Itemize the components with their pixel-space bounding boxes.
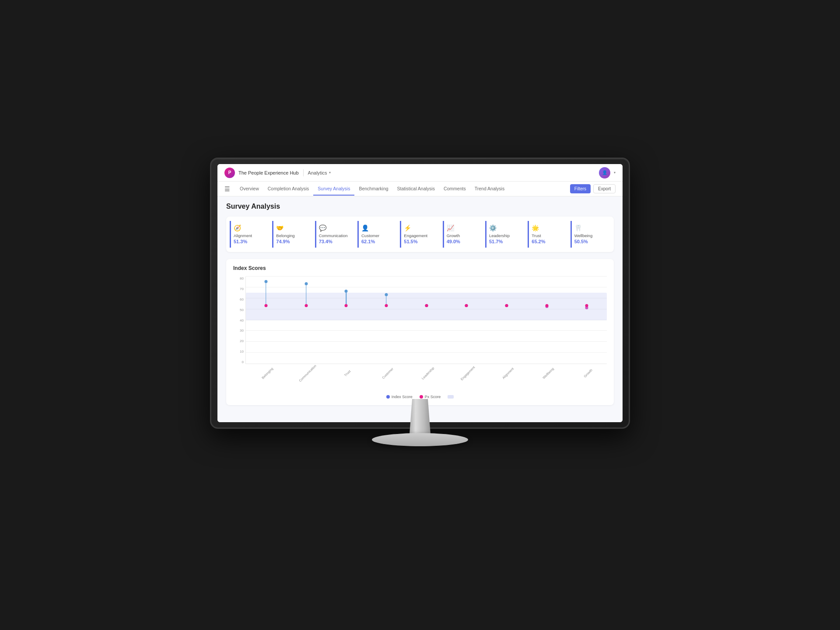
x-label: Leadership xyxy=(420,366,435,381)
index-score-dot xyxy=(386,395,390,399)
index-score-dot xyxy=(385,293,388,296)
y-axis: 01020304050607080 xyxy=(233,276,245,364)
data-columns: BelongingCommunicationTrustCustomerLeade… xyxy=(246,276,607,364)
x-label: Engagement xyxy=(460,365,476,381)
data-col-communication: Communication xyxy=(286,276,326,364)
nav-statistical[interactable]: Statistical Analysis xyxy=(393,182,439,196)
chart-container: 01020304050607080 BelongingCommunication… xyxy=(233,276,607,377)
px-score-dot xyxy=(304,304,308,307)
export-button[interactable]: Export xyxy=(593,184,616,193)
y-label: 30 xyxy=(233,329,245,332)
legend-index: Index Score xyxy=(386,395,413,399)
monitor-bezel: P The People Experience Hub Analytics ▾ … xyxy=(210,158,630,429)
y-label: 10 xyxy=(233,350,245,354)
header: P The People Experience Hub Analytics ▾ … xyxy=(217,164,623,182)
category-score: 50.5% xyxy=(574,239,608,244)
app: P The People Experience Hub Analytics ▾ … xyxy=(217,164,623,422)
chart-legend: Index Score Px Score xyxy=(233,395,607,399)
category-card-leadership[interactable]: ⚙️ Leadership 51.7% xyxy=(485,221,525,248)
legend-shaded xyxy=(448,395,454,399)
nav-survey[interactable]: Survey Analysis xyxy=(313,182,354,196)
category-name: Wellbeing xyxy=(574,233,608,238)
analytics-nav[interactable]: Analytics ▾ xyxy=(308,170,331,175)
px-score-dot xyxy=(425,304,428,307)
nav-completion[interactable]: Completion Analysis xyxy=(263,182,314,196)
y-label: 70 xyxy=(233,287,245,291)
x-label: Communication xyxy=(298,364,317,383)
x-label: Customer xyxy=(381,367,394,380)
category-cards: 🧭 Alignment 51.3% 🤝 Belonging 74.9% 💬 Co… xyxy=(226,217,614,252)
chart-plot: BelongingCommunicationTrustCustomerLeade… xyxy=(245,276,607,364)
category-card-wellbeing[interactable]: 🦷 Wellbeing 50.5% xyxy=(570,221,610,248)
category-icon: 👤 xyxy=(361,224,395,231)
y-label: 80 xyxy=(233,276,245,280)
px-score-dot xyxy=(420,395,423,399)
header-right: 👤 ▾ xyxy=(599,167,616,178)
data-col-engagement: Engagement xyxy=(446,276,486,364)
shaded-area-icon xyxy=(448,395,454,399)
data-col-belonging: Belonging xyxy=(246,276,286,364)
y-label: 0 xyxy=(233,360,245,364)
category-name: Customer xyxy=(361,233,395,238)
category-card-customer[interactable]: 👤 Customer 62.1% xyxy=(357,221,397,248)
category-icon: 🧭 xyxy=(234,224,267,231)
category-score: 73.4% xyxy=(319,239,352,244)
data-line xyxy=(586,307,587,309)
nav-overview[interactable]: Overview xyxy=(235,182,263,196)
main-content: Survey Analysis 🧭 Alignment 51.3% 🤝 Belo… xyxy=(217,196,623,422)
filters-button[interactable]: Filters xyxy=(570,184,591,193)
px-score-dot xyxy=(385,304,388,307)
category-card-growth[interactable]: 📈 Growth 49.0% xyxy=(443,221,483,248)
category-score: 62.1% xyxy=(361,239,395,244)
chart-section-title: Index Scores xyxy=(233,265,607,271)
data-col-growth: Growth xyxy=(567,276,607,364)
hamburger-icon[interactable]: ☰ xyxy=(224,186,230,192)
category-name: Alignment xyxy=(234,233,267,238)
px-score-dot xyxy=(505,304,508,307)
avatar: 👤 xyxy=(599,167,610,178)
category-score: 74.9% xyxy=(276,239,309,244)
category-icon: ⚙️ xyxy=(489,224,522,231)
y-label: 60 xyxy=(233,298,245,301)
nav-trend[interactable]: Trend Analysis xyxy=(470,182,509,196)
nav-tabs: ☰ Overview Completion Analysis Survey An… xyxy=(217,182,623,196)
monitor-container: P The People Experience Hub Analytics ▾ … xyxy=(210,158,630,472)
category-name: Leadership xyxy=(489,233,522,238)
nav-right-actions: Filters Export xyxy=(570,184,616,193)
legend-px-label: Px Score xyxy=(425,395,441,399)
category-card-engagement[interactable]: ⚡ Engagement 51.5% xyxy=(400,221,440,248)
category-name: Trust xyxy=(532,233,565,238)
data-col-customer: Customer xyxy=(366,276,406,364)
nav-benchmarking[interactable]: Benchmarking xyxy=(354,182,392,196)
data-col-wellbeing: Wellbeing xyxy=(527,276,567,364)
px-score-dot xyxy=(264,304,267,307)
category-card-belonging[interactable]: 🤝 Belonging 74.9% xyxy=(272,221,312,248)
logo-icon: P xyxy=(224,168,235,178)
px-score-dot xyxy=(345,304,348,307)
data-col-trust: Trust xyxy=(326,276,366,364)
category-score: 51.7% xyxy=(489,239,522,244)
category-score: 65.2% xyxy=(532,239,565,244)
x-label: Belonging xyxy=(261,367,274,380)
x-label: Alignment xyxy=(501,367,514,380)
legend-px: Px Score xyxy=(420,395,441,399)
category-card-alignment[interactable]: 🧭 Alignment 51.3% xyxy=(230,221,270,248)
category-icon: ⚡ xyxy=(404,224,437,231)
monitor-stand-base xyxy=(372,433,468,446)
x-label: Trust xyxy=(343,369,351,377)
chart-section: Index Scores 01020304050607080 Belonging… xyxy=(226,259,614,405)
page-title: Survey Analysis xyxy=(226,203,614,210)
data-line xyxy=(546,307,547,308)
app-title: The People Experience Hub xyxy=(238,170,299,175)
y-label: 40 xyxy=(233,318,245,322)
index-score-dot xyxy=(264,280,267,283)
category-card-communication[interactable]: 💬 Communication 73.4% xyxy=(315,221,355,248)
category-icon: 📈 xyxy=(447,224,480,231)
category-icon: 🤝 xyxy=(276,224,309,231)
category-name: Communication xyxy=(319,233,352,238)
category-card-trust[interactable]: 🌟 Trust 65.2% xyxy=(528,221,567,248)
category-score: 51.5% xyxy=(404,239,437,244)
nav-comments[interactable]: Comments xyxy=(439,182,470,196)
y-label: 20 xyxy=(233,339,245,343)
logo-area: P The People Experience Hub xyxy=(224,168,299,178)
